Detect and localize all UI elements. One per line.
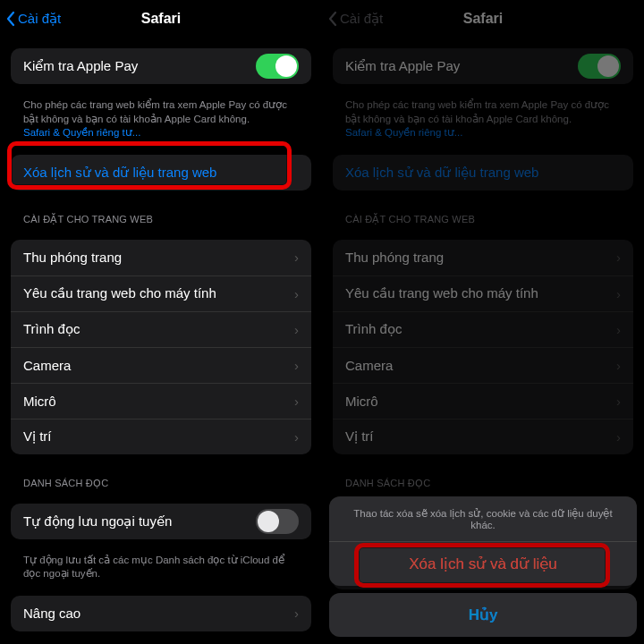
clear-history-label: Xóa lịch sử và dữ liệu trang web [23, 165, 299, 181]
group-advanced: Nâng cao › [11, 596, 311, 631]
screen-left: Cài đặt Safari Kiểm tra Apple Pay Cho ph… [0, 0, 322, 644]
row-applepay[interactable]: Kiểm tra Apple Pay [11, 48, 311, 84]
group-clear: Xóa lịch sử và dữ liệu trang web [11, 155, 311, 191]
row-offline[interactable]: Tự động lưu ngoại tuyến [11, 504, 311, 539]
row-zoom[interactable]: Thu phóng trang› [11, 240, 311, 275]
toggle-offline[interactable] [256, 509, 299, 534]
row-reader[interactable]: Trình đọc› [11, 311, 311, 347]
chevron-right-icon: › [294, 322, 299, 337]
group-web-settings: Thu phóng trang› Yêu cầu trang web cho m… [11, 240, 311, 454]
sheet-action-clear[interactable]: Xóa lịch sử và dữ liệu [329, 542, 637, 586]
chevron-right-icon: › [294, 606, 299, 621]
screen-right: Cài đặt Safari Kiểm tra Apple Pay Cho ph… [322, 0, 644, 644]
sheet-message: Thao tác xóa sẽ xóa lịch sử, cookie và c… [329, 496, 637, 542]
reading-hint: Tự động lưu tất cả các mục Danh sách đọc… [11, 550, 311, 581]
offline-label: Tự động lưu ngoại tuyến [23, 513, 256, 530]
row-advanced[interactable]: Nâng cao › [11, 596, 311, 631]
chevron-right-icon: › [294, 358, 299, 373]
row-micro[interactable]: Micrô› [11, 383, 311, 419]
nav-header: Cài đặt Safari [0, 0, 322, 38]
chevron-right-icon: › [294, 250, 299, 265]
chevron-left-icon [5, 11, 16, 27]
sheet-cancel[interactable]: Hủy [329, 593, 637, 637]
applepay-hint: Cho phép các trang web kiểm tra xem Appl… [11, 95, 311, 140]
section-reading-list: DANH SÁCH ĐỌC [11, 465, 311, 493]
chevron-right-icon: › [294, 394, 299, 409]
toggle-applepay[interactable] [256, 54, 299, 79]
row-desktop[interactable]: Yêu cầu trang web cho máy tính› [11, 275, 311, 311]
chevron-right-icon: › [294, 429, 299, 445]
privacy-link[interactable]: Safari & Quyền riêng tư... [23, 127, 140, 138]
settings-content: Kiểm tra Apple Pay Cho phép các trang we… [0, 48, 322, 631]
applepay-label: Kiểm tra Apple Pay [23, 58, 256, 74]
back-button[interactable]: Cài đặt [5, 11, 61, 27]
group-applepay: Kiểm tra Apple Pay [11, 48, 311, 84]
action-sheet: Thao tác xóa sẽ xóa lịch sử, cookie và c… [329, 496, 637, 637]
group-reading-list: Tự động lưu ngoại tuyến [11, 504, 311, 539]
back-label: Cài đặt [18, 11, 61, 27]
chevron-right-icon: › [294, 286, 299, 301]
clear-history-row[interactable]: Xóa lịch sử và dữ liệu trang web [11, 155, 311, 191]
section-web-settings: CÀI ĐẶT CHO TRANG WEB [11, 201, 311, 229]
row-location[interactable]: Vị trí› [11, 419, 311, 454]
row-camera[interactable]: Camera› [11, 347, 311, 383]
